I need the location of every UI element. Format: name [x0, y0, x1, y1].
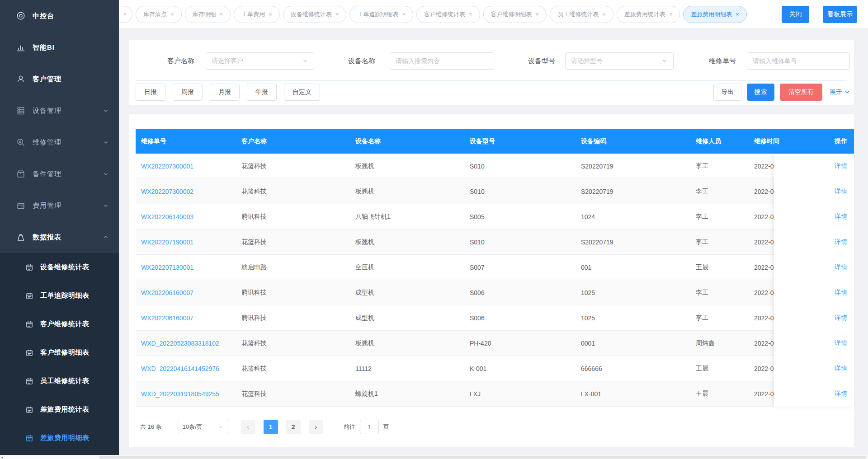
order-no-link[interactable]: WX202206140003 — [136, 213, 236, 220]
sidebar-item-console[interactable]: 中控台 — [0, 0, 119, 32]
clear-all-button[interactable]: 清空所有 — [780, 84, 822, 101]
code-cell: S20220719 — [576, 239, 690, 246]
table-row[interactable]: WX202207190001 花篮科技 板翘机 S010 S20220719 李… — [136, 230, 854, 255]
table-row[interactable]: WX202206160007 腾讯科技 成型机 S006 1025 李工 202… — [136, 305, 854, 331]
next-page-button[interactable]: › — [309, 420, 323, 434]
sidebar-item-fees[interactable]: 费用管理 — [0, 190, 119, 221]
daily-report-button[interactable]: 日报 — [136, 84, 165, 101]
tab-workorder-fee[interactable]: 工单费用 × — [234, 6, 280, 23]
order-no-link[interactable]: WXD_20220319180549255 — [136, 390, 236, 398]
page-size-select[interactable]: 10条/页 — [178, 420, 228, 434]
order-no-link[interactable]: WXD_20220523083318102 — [136, 340, 236, 347]
page-button-1[interactable]: 1 — [264, 420, 278, 434]
detail-link[interactable]: 详情 — [835, 314, 847, 322]
page-button-2[interactable]: 2 — [286, 420, 301, 434]
repair-order-input[interactable] — [747, 52, 850, 70]
sidebar-item-customer-repair-detail[interactable]: 客户维修明细表 — [0, 338, 119, 367]
scroll-left-icon[interactable]: ◂ — [1, 455, 3, 459]
order-no-link[interactable]: WX202206160007 — [136, 314, 236, 322]
tab-inventory-detail[interactable]: 库存明细 × — [185, 6, 231, 23]
tab-device-repair-stats[interactable]: 设备维修统计表 × — [283, 6, 347, 23]
fee-icon — [16, 201, 25, 210]
sidebar-item-devices[interactable]: 设备管理 — [0, 95, 119, 126]
order-no-link[interactable]: WX202207130001 — [136, 264, 236, 271]
prev-page-button[interactable]: ‹ — [241, 420, 255, 434]
tab-workorder-trace[interactable]: 工单追踪明细表 × — [349, 6, 413, 23]
order-no-link[interactable]: WX202206160007 — [136, 289, 236, 296]
table-row[interactable]: WX202206160007 腾讯科技 成型机 S006 1025 李工 202… — [136, 280, 854, 305]
tab-travel-expense-stats[interactable]: 差旅费用统计表 × — [617, 6, 680, 23]
detail-link[interactable]: 详情 — [835, 339, 847, 347]
sidebar-item-repairs[interactable]: 维修管理 — [0, 126, 119, 158]
order-no-link[interactable]: WXD_20220416141452976 — [136, 365, 236, 372]
filter-divider — [136, 80, 847, 81]
scrollbar-thumb[interactable] — [99, 456, 867, 459]
sidebar-item-spares[interactable]: 备件管理 — [0, 158, 119, 190]
tab-close-icon[interactable]: × — [602, 11, 606, 17]
staff-cell: 王晨 — [690, 263, 749, 272]
sidebar-item-customer-repair-stats[interactable]: 客户维修统计表 — [0, 310, 119, 338]
device-name-input[interactable] — [390, 52, 494, 70]
tab-close-icon[interactable]: × — [402, 11, 406, 17]
close-tabs-button[interactable]: 关闭 — [782, 6, 809, 23]
table-row[interactable]: WXD_20220319180549255 花篮科技 螺旋机1 LXJ LX-0… — [136, 381, 854, 407]
tab-customer-repair-detail[interactable]: 客户维修明细表 × — [483, 6, 547, 23]
sidebar-item-travel-expense-stats[interactable]: 差旅费用统计表 — [0, 395, 119, 424]
table-row[interactable]: WX202206140003 腾讯科技 八轴飞针机1 S005 1024 李工 … — [136, 204, 854, 230]
custom-report-button[interactable]: 自定义 — [284, 84, 320, 101]
sidebar-item-label: 员工维修统计表 — [40, 377, 90, 385]
search-button[interactable]: 搜索 — [747, 84, 774, 101]
tab-close-icon[interactable]: × — [335, 11, 339, 17]
detail-link[interactable]: 详情 — [835, 162, 847, 170]
tab-staff-repair-stats[interactable]: 员工维修统计表 × — [550, 6, 613, 23]
monthly-report-button[interactable]: 月报 — [210, 84, 240, 101]
yearly-report-button[interactable]: 年报 — [247, 84, 277, 101]
tab-travel-expense-detail[interactable]: 差旅费用明细表 × — [683, 6, 747, 23]
column-header: 维修单号 — [136, 137, 236, 145]
sidebar-item-device-repair-stats[interactable]: 设备维修统计表 — [0, 253, 119, 281]
detail-link[interactable]: 详情 — [835, 213, 847, 221]
order-no-link[interactable]: WX202207300001 — [136, 163, 236, 170]
tab-customer-repair-stats[interactable]: 客户维修统计表 × — [416, 6, 480, 23]
tab-close-icon[interactable]: × — [220, 11, 223, 17]
expand-toggle[interactable]: 展开 — [830, 88, 850, 96]
table-row[interactable]: WXD_20220416141452976 花篮科技 11112 K-001 6… — [136, 356, 854, 381]
sidebar-item-staff-repair-stats[interactable]: 员工维修统计表 — [0, 367, 119, 395]
table-row[interactable]: WX202207300001 花篮科技 板翘机 S010 S20220719 李… — [136, 154, 854, 179]
sidebar-item-customers[interactable]: 客户管理 — [0, 63, 119, 95]
tab-close-icon[interactable]: × — [170, 11, 174, 17]
detail-link[interactable]: 详情 — [835, 390, 847, 398]
detail-link[interactable]: 详情 — [835, 289, 847, 297]
detail-link[interactable]: 详情 — [835, 238, 847, 246]
device-model-select[interactable]: 请选择型号 — [565, 52, 674, 70]
board-display-button[interactable]: 看板展示 — [823, 6, 857, 23]
sidebar-item-travel-expense-detail[interactable]: 差旅费用明细表 — [0, 424, 119, 452]
table-row[interactable]: WXD_20220523083318102 花篮科技 板翘机 PH-420 00… — [136, 331, 854, 356]
export-button[interactable]: 导出 — [713, 84, 741, 101]
staff-cell: 李工 — [690, 314, 749, 322]
table-row[interactable]: WX202207300002 花篮科技 板翘机 S010 S20220719 李… — [136, 179, 854, 204]
tab-clipped[interactable]: × — [119, 6, 132, 23]
horizontal-scrollbar[interactable]: ◂ — [0, 455, 868, 459]
tab-inventory-count[interactable]: 库存清点 × — [136, 6, 182, 23]
tab-close-icon[interactable]: × — [669, 11, 673, 17]
goto-page-input[interactable] — [360, 420, 379, 434]
sidebar-item-reports[interactable]: 数据报表 — [0, 221, 119, 253]
tab-close-icon[interactable]: × — [536, 11, 539, 17]
tab-close-icon[interactable]: × — [269, 11, 272, 17]
weekly-report-button[interactable]: 周报 — [173, 84, 203, 101]
tab-close-icon[interactable]: × — [736, 11, 739, 17]
table-row[interactable]: WX202207130001 航启电路 空压机 S007 001 王晨 2022… — [136, 255, 854, 280]
sidebar-item-bi[interactable]: 智能BI — [0, 32, 119, 63]
detail-link[interactable]: 详情 — [835, 263, 847, 272]
sidebar-item-label: 备件管理 — [33, 170, 61, 178]
detail-link[interactable]: 详情 — [835, 187, 847, 196]
tab-close-icon[interactable]: × — [123, 11, 127, 17]
sidebar-item-label: 客户维修统计表 — [40, 320, 90, 328]
customer-select[interactable]: 请选择客户 — [206, 52, 314, 70]
tab-close-icon[interactable]: × — [469, 11, 472, 17]
order-no-link[interactable]: WX202207190001 — [136, 239, 236, 246]
sidebar-item-workorder-trace[interactable]: 工单追踪明细表 — [0, 281, 119, 310]
detail-link[interactable]: 详情 — [835, 365, 847, 373]
order-no-link[interactable]: WX202207300002 — [136, 188, 236, 195]
